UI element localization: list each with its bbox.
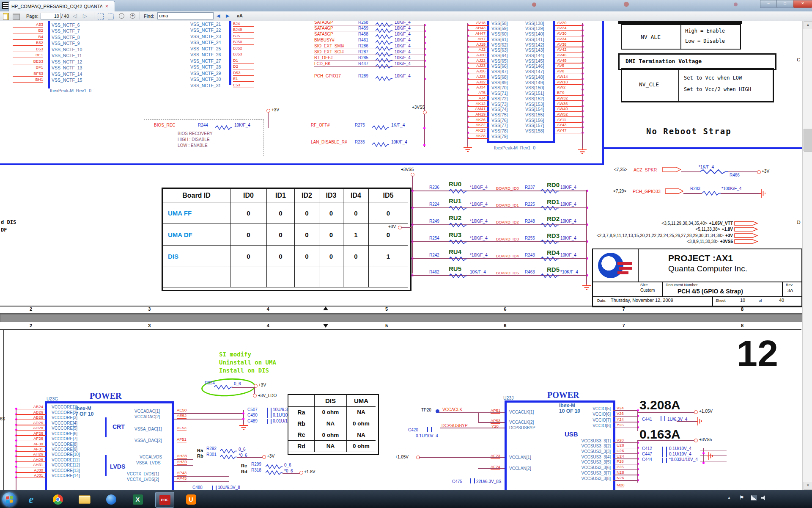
pin-number: BE1 (13, 52, 43, 58)
nav-back-icon[interactable]: ◁ (73, 13, 77, 19)
pin-name: VSS_NCTF_8 (52, 35, 80, 40)
power-net-row: <3,8,9,11,30,38>+3VS5 (541, 239, 758, 245)
pin-name: VSSA_DAC[1] (134, 427, 162, 431)
zone-number: 6 (504, 307, 506, 312)
pulldown-label: RD1 (547, 198, 560, 205)
start-button[interactable] (2, 492, 16, 507)
divider (712, 296, 713, 306)
nv-cle-line: Set to Vcc/2 when HIGH (684, 87, 751, 92)
wire (681, 171, 700, 172)
resistor-value: *1K/F_4 (699, 165, 714, 169)
gpio-rows: SATA3GP R268 10K/F_4 SATA4GP R459 10K/F_… (314, 21, 425, 68)
power-net-list: <3,5,11,29,30,34,35,40>+1.05V_VTT <5,11,… (541, 221, 758, 246)
pin-name: VSS[65] (491, 58, 508, 64)
pin-name: VCCTX_LVDS[2] (127, 478, 159, 482)
pin-name: VCCLAN[2] (509, 467, 531, 471)
pin-name: VCCSUS3_3[6] (562, 465, 611, 470)
signal-row: LCD_BK R447 10K/F_4 (314, 62, 425, 68)
resistor-value: 10K/F_4 (395, 26, 411, 30)
tray-volume-icon[interactable] (761, 495, 766, 501)
match-case-icon[interactable]: aA (237, 14, 243, 18)
tray-flag-icon[interactable]: ⚑ (739, 494, 744, 501)
resistor-ref: R283 (690, 187, 700, 191)
scroll-thumb[interactable] (804, 129, 812, 152)
resistor-ref: R248 (525, 219, 535, 224)
resistor-ref: R285 (358, 55, 368, 60)
table-header-cell: ID5 (369, 189, 408, 202)
taskbar-blue-app-icon[interactable] (102, 492, 120, 507)
signal-row: RF_OFF# R275 1K/F_4 (311, 124, 425, 130)
table-empty-row (163, 267, 410, 287)
wire (174, 419, 244, 420)
pin-row: VSS_NCTF_24 BJ50 (190, 40, 283, 46)
zoom-in-icon[interactable]: + (130, 13, 135, 19)
pin-name: VSS[157] (525, 123, 544, 128)
taskbar-chrome-icon[interactable] (49, 492, 67, 507)
taskbar-uc-icon[interactable]: U (182, 492, 200, 507)
fit-width-icon[interactable] (98, 14, 104, 19)
nctf-right-rows: VSS_NCTF_21 BJ4 VSS_NCTF_22 BJ49 VSS_NCT… (190, 21, 283, 89)
taskbar-explorer-icon[interactable] (75, 492, 93, 507)
pin-number: AN19 (457, 112, 486, 116)
border-arrow-icon (323, 306, 328, 310)
toolbar: Page: 10 / 40 ◁ ▷ - + Find: uma ◀ ▶ aA (0, 11, 812, 21)
pin-name: VSS[144] (525, 53, 544, 58)
zone-number: 7 (623, 323, 625, 328)
pin-number: AV5 (557, 63, 564, 68)
fit-page-icon[interactable] (108, 14, 114, 19)
resistor-ref: R268 (358, 21, 368, 25)
pin-row: VCCSUS3_3[6] P26 (562, 465, 647, 471)
net-refs: <3,5,11,29,30,34,35,40> (661, 221, 707, 226)
cap-rows: C488 10U/6.3V_8 C472 0.1U/10V_4 (192, 485, 260, 490)
taskbar-excel-icon[interactable]: X (129, 492, 147, 507)
scroll-down-button[interactable]: ▼ (804, 482, 812, 490)
minimize-button[interactable]: – (760, 0, 777, 8)
junction-dot (702, 452, 705, 454)
pin-number: E1 (233, 76, 254, 82)
document-tab[interactable]: HP_COMPAQ_PRESARIO_CQ42-QUANTA_AX1-R... … (8, 1, 115, 12)
resistor-symbol (266, 464, 283, 469)
power-port-icon (734, 239, 758, 244)
table-row: Rd NA0 ohm (288, 441, 378, 452)
pin-number: N28 (617, 470, 624, 475)
capacitor-symbol (212, 486, 217, 490)
tray-network-icon[interactable] (751, 495, 757, 501)
print-icon[interactable] (13, 14, 20, 20)
nav-forward-icon[interactable]: ▷ (83, 13, 87, 19)
table-header-cell: UMA (347, 395, 376, 407)
vertical-scrollbar[interactable]: ▲ ▼ (802, 21, 812, 490)
titlebar-artifact (532, 3, 536, 7)
resistor-value: 10K/F_4 (395, 55, 411, 60)
pin-name: VSS[59] (491, 26, 508, 31)
pin-number: D1 (233, 58, 254, 64)
scroll-up-button[interactable]: ▲ (804, 21, 812, 29)
power-symbol (757, 170, 761, 174)
border-numbers: 2345678 (30, 323, 743, 328)
table-cell: 0 ohm (347, 441, 376, 452)
find-input[interactable]: uma (157, 12, 214, 19)
page-input[interactable]: 10 (41, 13, 61, 19)
wire (478, 468, 505, 469)
resistor-value: 0_6 (284, 463, 291, 467)
pin-name: VCCSUS3_3[3] (562, 449, 611, 454)
pdf-canvas[interactable]: A53 VSS_NCTF_6 B2 VSS_NCTF_7 B4 VSS_NCTF… (0, 21, 812, 490)
zoom-out-icon[interactable]: - (119, 13, 124, 19)
taskbar-ie-icon[interactable]: e (22, 492, 40, 507)
wire (555, 133, 583, 134)
find-next-icon[interactable]: ▶ (226, 14, 229, 18)
power-net-label: +3V (388, 225, 396, 229)
capacitor-value: 10U/6.3V_8 (218, 485, 240, 490)
wire (412, 258, 588, 259)
pin-row: VCCSUS3_3[2] U28 (562, 444, 647, 450)
toc-icon[interactable] (3, 13, 9, 20)
tab-close-icon[interactable]: × (105, 4, 108, 9)
find-prev-icon[interactable]: ◀ (217, 14, 220, 18)
maximize-button[interactable]: □ (776, 0, 793, 8)
taskbar-pdf-icon-active[interactable]: PDF (155, 492, 174, 508)
signal-name: LCD_BK (314, 61, 331, 66)
bus-wire (637, 411, 638, 431)
capacitor-ref: C475 (452, 480, 462, 484)
pin-name: VSS[66] (491, 64, 508, 69)
close-button[interactable]: ✕ (793, 0, 812, 8)
tray-expand-icon[interactable]: ▲ (727, 496, 731, 500)
